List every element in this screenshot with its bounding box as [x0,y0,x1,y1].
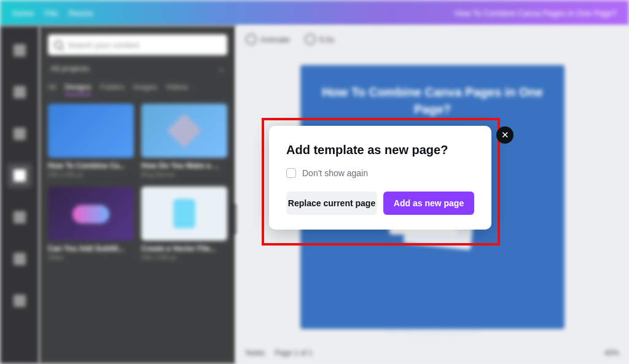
card-subtitle: Blog Banner [141,171,227,178]
design-card[interactable]: Create a Vector File... 540 x 540 px [141,187,227,261]
side-rail [0,26,39,364]
search-icon [54,41,63,49]
close-icon: ✕ [501,130,509,141]
card-subtitle: Video [48,254,134,261]
dont-show-again-checkbox[interactable] [286,168,296,178]
rail-elements[interactable] [7,38,32,63]
card-title: Can You Add Subtitl... [48,244,134,253]
replace-page-button[interactable]: Replace current page [286,192,377,215]
modal-title: Add template as new page? [286,143,474,157]
uploads-icon [14,86,26,98]
tab-all[interactable]: All [48,83,56,95]
animate-icon [246,34,257,45]
search-input[interactable]: Search your content [48,34,227,55]
timer-label: 5.0s [319,35,335,44]
projects-dropdown[interactable]: All projects ⌄ [48,64,227,73]
rail-projects[interactable] [7,163,32,188]
more-icon [14,295,26,307]
design-thumbnail [48,104,134,158]
tab-images[interactable]: Images [133,83,157,95]
projects-icon [14,169,26,182]
design-thumbnail [141,187,227,241]
home-link[interactable]: Home [12,9,34,18]
card-subtitle: 540 x 540 px [48,171,134,178]
text-icon [14,128,26,140]
animate-label: Animate [260,35,290,44]
timer-button[interactable]: 5.0s [305,34,335,45]
file-menu[interactable]: File [45,9,58,18]
design-card[interactable]: How To Combine Ca... 540 x 540 px [48,104,134,178]
card-title: How To Combine Ca... [48,161,134,170]
add-template-modal: Add template as new page? Don't show aga… [269,126,491,230]
design-card[interactable]: How Do You Make a ... Blog Banner [141,104,227,178]
design-title[interactable]: How To Combine Canva Pages in One Page? [455,9,617,18]
tab-folders[interactable]: Folders [100,83,125,95]
search-placeholder: Search your content [68,41,139,50]
design-thumbnail [141,104,227,158]
zoom-value[interactable]: 40% [604,349,619,357]
dont-show-again-label: Don't show again [302,168,368,178]
elements-icon [14,44,26,56]
projects-panel: Search your content All projects ⌄ All D… [39,26,236,364]
tab-designs[interactable]: Designs [64,83,91,95]
rail-text[interactable] [7,122,32,146]
rail-styles[interactable] [7,247,32,271]
rail-uploads[interactable] [7,80,32,104]
top-bar: Home File Resize How To Combine Canva Pa… [0,0,629,26]
styles-icon [14,253,26,265]
design-card[interactable]: Can You Add Subtitl... Video [48,187,134,261]
close-modal-button[interactable]: ✕ [496,126,514,144]
page-title-text: How To Combine Canva Pages in One Page? [319,83,546,118]
page-indicator[interactable]: Page 1 of 1 [275,349,312,357]
tab-videos[interactable]: Videos [166,83,188,95]
notes-button[interactable]: Notes [246,349,265,357]
rail-more[interactable] [7,288,32,313]
rail-photos[interactable] [7,205,32,230]
card-title: Create a Vector File... [141,244,227,253]
page-footer-text: www.websitebuilderinsider.com [236,327,629,335]
card-subtitle: 540 x 540 px [141,254,227,261]
chevron-down-icon: ⌄ [218,64,225,73]
card-title: How Do You Make a ... [141,161,227,170]
dropdown-label: All projects [50,64,90,73]
design-thumbnail [48,187,134,241]
resize-menu[interactable]: Resize [69,9,93,18]
animate-button[interactable]: Animate [246,34,290,45]
timer-icon [305,34,316,45]
panel-tabs: All Designs Folders Images Videos [48,83,227,95]
add-new-page-button[interactable]: Add as new page [383,192,474,215]
photos-icon [14,211,26,223]
